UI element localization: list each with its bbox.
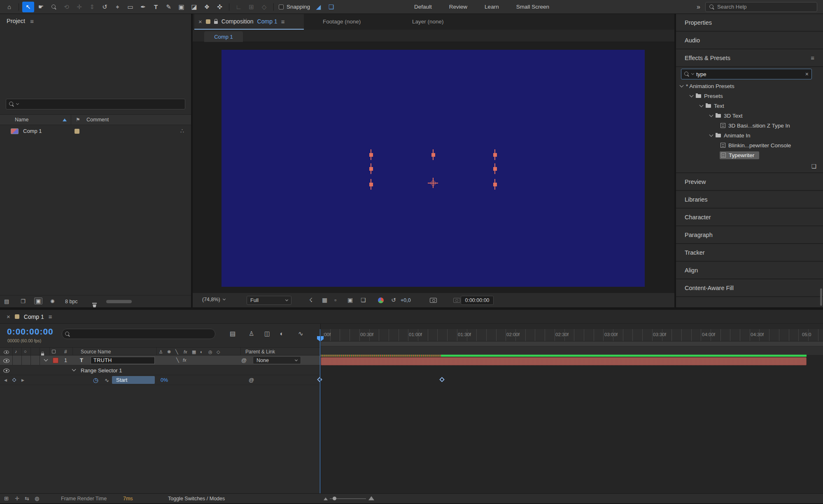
- orbit-camera-tool[interactable]: ⟲: [61, 2, 72, 12]
- layer-quality-toggle[interactable]: ╲: [176, 358, 179, 363]
- layer-visibility-toggle[interactable]: [3, 359, 9, 363]
- parent-dropdown[interactable]: None: [253, 356, 301, 364]
- layer-expand-chevron[interactable]: [44, 358, 48, 362]
- label-color-chip[interactable]: [75, 129, 79, 134]
- timeline-tab[interactable]: × Comp 1 ≡: [0, 310, 823, 324]
- type-tool[interactable]: T: [150, 2, 162, 12]
- panel-menu-icon[interactable]: ≡: [49, 313, 52, 320]
- horizontal-scrollbar[interactable]: [106, 300, 132, 303]
- layer-name-field[interactable]: TRUTH: [91, 357, 155, 364]
- tab-layer[interactable]: Layer (none): [412, 19, 444, 25]
- selection-handle[interactable]: [369, 167, 373, 171]
- mini-flowchart-icon[interactable]: ▤: [230, 330, 235, 337]
- selection-handle[interactable]: [493, 153, 497, 157]
- chevron-down-icon[interactable]: [690, 93, 694, 98]
- workspace-overflow-chevron[interactable]: »: [697, 3, 700, 11]
- lock-icon[interactable]: [214, 21, 218, 24]
- animator-visibility-toggle[interactable]: [3, 369, 9, 373]
- expand-composition-icon[interactable]: ⊞: [4, 496, 9, 501]
- snap-option-1[interactable]: ◢: [312, 2, 324, 12]
- property-name-selected[interactable]: Start: [112, 376, 155, 384]
- panel-libraries[interactable]: Libraries: [676, 191, 823, 209]
- region-of-interest-icon[interactable]: ▣: [347, 297, 353, 303]
- selection-handle[interactable]: [369, 153, 373, 157]
- name-column-header[interactable]: Name: [15, 117, 28, 123]
- tree-item-animation-presets[interactable]: * Animation Presets: [676, 81, 823, 91]
- new-composition-icon[interactable]: ▣: [34, 297, 42, 304]
- start-property-row[interactable]: ◀ ▶ ◷ ∿ Start 0% @: [0, 375, 320, 385]
- magnification-dropdown[interactable]: (74,8%): [202, 297, 225, 302]
- add-icon[interactable]: ✛: [15, 496, 19, 501]
- panel-tracker[interactable]: Tracker: [676, 244, 823, 262]
- pen-tool[interactable]: ✒: [137, 2, 149, 12]
- channel-wheel-icon[interactable]: [378, 297, 384, 303]
- parent-pickwhip-icon[interactable]: @: [241, 357, 247, 363]
- list-view-icon[interactable]: ▤: [4, 299, 9, 304]
- timeline-search-input[interactable]: [72, 331, 212, 337]
- snap-option-2[interactable]: ❏: [325, 2, 337, 12]
- toggle-switches-modes-button[interactable]: Toggle Switches / Modes: [168, 496, 225, 502]
- project-item-name[interactable]: Comp 1: [23, 128, 42, 134]
- comp-viewer-tab[interactable]: Comp 1: [204, 31, 243, 42]
- shy-layers-icon[interactable]: ♙: [249, 330, 254, 337]
- zoom-in-mountain-icon[interactable]: [368, 496, 374, 500]
- add-keyframe-icon[interactable]: [12, 378, 16, 382]
- show-snapshot-icon[interactable]: [453, 298, 460, 303]
- panel-effects-presets[interactable]: Effects & Presets≡: [676, 49, 823, 67]
- project-search-box[interactable]: [6, 99, 185, 109]
- effects-search-input[interactable]: [696, 71, 803, 77]
- fast-previews-icon[interactable]: ☇: [309, 297, 312, 303]
- tree-item-3d-position-z-type-in[interactable]: 3D Basi...sition Z Type In: [676, 121, 823, 130]
- camera-user-icon[interactable]: ◍: [35, 496, 39, 501]
- close-icon[interactable]: ×: [7, 313, 10, 320]
- motion-blur-icon[interactable]: ◐: [280, 330, 284, 337]
- timeline-search-box[interactable]: [62, 329, 215, 339]
- graph-editor-icon[interactable]: ∿: [298, 330, 303, 337]
- roto-brush-tool[interactable]: ❖: [201, 2, 213, 12]
- zoom-tool[interactable]: [48, 2, 60, 12]
- exposure-value[interactable]: +0,0: [401, 297, 411, 303]
- sort-ascending-icon[interactable]: [63, 118, 67, 121]
- property-pickwhip-icon[interactable]: @: [249, 377, 254, 383]
- timeline-zoom-thumb[interactable]: [333, 497, 336, 500]
- tree-item-typewriter[interactable]: Typewriter: [676, 150, 823, 160]
- tree-item-animate-in[interactable]: Animate In: [676, 130, 823, 140]
- layer-row[interactable]: 1 T TRUTH ╲ fx @ None: [0, 355, 320, 365]
- help-search-input[interactable]: [717, 4, 813, 10]
- layer-duration-bar[interactable]: [321, 357, 807, 365]
- panel-content-aware-fill[interactable]: Content-Aware Fill: [676, 279, 823, 297]
- chevron-down-icon[interactable]: [709, 133, 713, 137]
- snapshot-camera-icon[interactable]: [430, 298, 437, 303]
- tree-item-presets[interactable]: Presets: [676, 91, 823, 101]
- puppet-tool[interactable]: ✜: [214, 2, 226, 12]
- hand-tool[interactable]: ☛: [35, 2, 47, 12]
- swap-icon[interactable]: ⇆: [25, 496, 29, 501]
- pan-behind-tool[interactable]: ⌖: [112, 2, 124, 12]
- workspace-review[interactable]: Review: [449, 4, 467, 10]
- new-preset-icon[interactable]: ❏: [811, 163, 816, 169]
- layer-fx-toggle[interactable]: fx: [183, 358, 187, 362]
- expand-chevron[interactable]: [72, 367, 76, 372]
- workspace-small-screen[interactable]: Small Screen: [516, 4, 549, 10]
- interpret-footage-icon[interactable]: ✺: [50, 299, 55, 304]
- work-area-bar[interactable]: [320, 341, 823, 346]
- guides-icon[interactable]: ❏: [361, 297, 366, 303]
- chevron-down-icon[interactable]: [680, 84, 684, 88]
- vertical-scrollbar[interactable]: [820, 288, 822, 306]
- close-icon[interactable]: ×: [198, 18, 202, 25]
- snapping-control[interactable]: Snapping: [279, 4, 310, 10]
- resolution-dropdown[interactable]: Full: [247, 296, 291, 305]
- panel-preview[interactable]: Preview: [676, 173, 823, 191]
- tab-footage[interactable]: Footage (none): [323, 19, 361, 25]
- help-search-box[interactable]: [705, 2, 817, 12]
- reset-exposure-icon[interactable]: ↺: [391, 297, 396, 303]
- panel-audio[interactable]: Audio: [676, 32, 823, 49]
- shape-tool[interactable]: ▭: [124, 2, 136, 12]
- tree-item-text[interactable]: Text: [676, 101, 823, 111]
- tab-composition[interactable]: × Composition Comp 1 ≡: [194, 14, 304, 30]
- tree-item-blinking-typewriter-console[interactable]: Blinkin...pewriter Console: [676, 140, 823, 150]
- workspace-learn[interactable]: Learn: [485, 4, 499, 10]
- source-name-column-header[interactable]: Source Name: [81, 349, 111, 355]
- clear-search-icon[interactable]: ×: [805, 71, 809, 77]
- chevron-down-icon[interactable]: [699, 103, 704, 107]
